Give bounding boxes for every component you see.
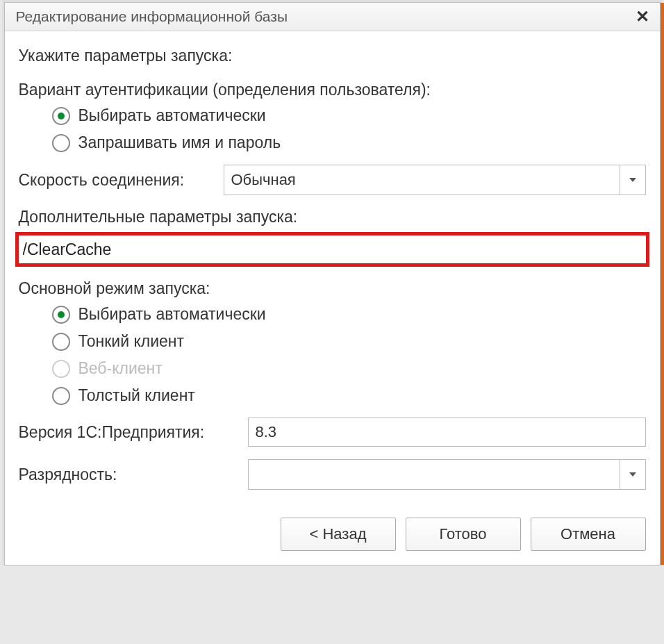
radio-label: Веб-клиент bbox=[78, 359, 163, 378]
radio-mode-thick[interactable]: Толстый клиент bbox=[52, 386, 646, 405]
chevron-down-icon bbox=[620, 460, 645, 489]
button-row: < Назад Готово Отмена bbox=[19, 518, 646, 551]
extra-params-label: Дополнительные параметры запуска: bbox=[19, 208, 646, 226]
bitness-select[interactable] bbox=[248, 459, 646, 490]
radio-mode-auto[interactable]: Выбирать автоматически bbox=[52, 305, 646, 324]
version-row: Версия 1С:Предприятия: bbox=[19, 418, 646, 447]
window-title: Редактирование информационной базы bbox=[16, 8, 288, 25]
auth-section-label: Вариант аутентификации (определения поль… bbox=[19, 81, 646, 99]
speed-row: Скорость соединения: Обычная bbox=[19, 165, 646, 195]
bitness-label: Разрядность: bbox=[19, 465, 248, 484]
radio-label: Тонкий клиент bbox=[78, 332, 185, 351]
bitness-value bbox=[249, 460, 620, 489]
radio-icon bbox=[52, 306, 70, 324]
dialog-window: Редактирование информационной базы ✕ Ука… bbox=[4, 2, 661, 565]
radio-label: Выбирать автоматически bbox=[78, 106, 266, 125]
radio-label: Толстый клиент bbox=[78, 386, 195, 405]
speed-label: Скорость соединения: bbox=[19, 171, 224, 190]
mode-label: Основной режим запуска: bbox=[19, 279, 646, 298]
ready-button[interactable]: Готово bbox=[406, 518, 521, 551]
page-heading: Укажите параметры запуска: bbox=[19, 47, 646, 65]
back-button[interactable]: < Назад bbox=[281, 518, 396, 551]
cancel-button[interactable]: Отмена bbox=[531, 518, 646, 551]
auth-radio-group: Выбирать автоматически Запрашивать имя и… bbox=[19, 106, 646, 152]
radio-icon bbox=[52, 333, 70, 351]
radio-label: Выбирать автоматически bbox=[78, 305, 266, 324]
title-bar: Редактирование информационной базы ✕ bbox=[5, 3, 660, 31]
radio-mode-web: Веб-клиент bbox=[52, 359, 646, 378]
version-input[interactable] bbox=[248, 418, 646, 447]
close-icon[interactable]: ✕ bbox=[632, 7, 653, 26]
extra-params-highlight bbox=[15, 232, 649, 267]
extra-params-input[interactable] bbox=[19, 236, 646, 263]
radio-label: Запрашивать имя и пароль bbox=[78, 133, 281, 152]
radio-auth-auto[interactable]: Выбирать автоматически bbox=[52, 106, 646, 125]
version-label: Версия 1С:Предприятия: bbox=[19, 423, 248, 442]
speed-value: Обычная bbox=[224, 165, 620, 195]
radio-mode-thin[interactable]: Тонкий клиент bbox=[52, 332, 646, 351]
radio-icon bbox=[52, 107, 70, 125]
speed-select[interactable]: Обычная bbox=[224, 165, 646, 195]
chevron-down-icon bbox=[620, 165, 645, 195]
bitness-row: Разрядность: bbox=[19, 459, 646, 490]
radio-icon bbox=[52, 360, 70, 378]
radio-auth-prompt[interactable]: Запрашивать имя и пароль bbox=[52, 133, 646, 152]
decorative-edge bbox=[661, 3, 665, 565]
radio-icon bbox=[52, 387, 70, 405]
radio-icon bbox=[52, 134, 70, 152]
dialog-content: Укажите параметры запуска: Вариант аутен… bbox=[5, 31, 660, 565]
mode-radio-group: Выбирать автоматически Тонкий клиент Веб… bbox=[19, 305, 646, 405]
